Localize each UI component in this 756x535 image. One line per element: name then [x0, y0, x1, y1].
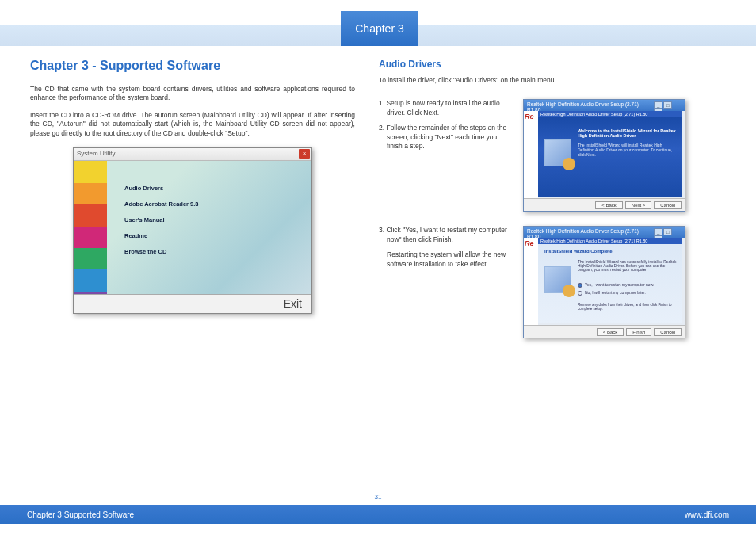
stripe — [74, 269, 107, 291]
installer-window-1: Realtek High Definition Audio Driver Set… — [523, 99, 685, 212]
audio-intro: To install the driver, click "Audio Driv… — [379, 76, 726, 85]
intro-para-1: The CD that came with the system board c… — [30, 85, 355, 103]
installer2-body-text: The InstallShield Wizard has successfull… — [578, 260, 677, 272]
maximize-icon[interactable]: □ — [663, 228, 672, 235]
audio-drivers-title: Audio Drivers — [379, 59, 726, 70]
page-number: 31 — [0, 493, 756, 500]
installer2-titlebar: Realtek High Definition Audio Driver Set… — [524, 227, 685, 238]
radio-dot-icon — [578, 291, 582, 296]
radio-restart-later[interactable]: No, I will restart my computer later. — [578, 290, 646, 296]
right-column: Audio Drivers To install the driver, cli… — [379, 59, 726, 487]
minimize-icon[interactable]: _ — [654, 101, 662, 109]
color-strip — [74, 161, 107, 313]
menu-item-browse[interactable]: Browse the CD — [124, 248, 199, 255]
installer1-buttons: < Back Next > Cancel — [524, 198, 685, 211]
footer-left: Chapter 3 Supported Software — [27, 510, 134, 519]
system-utility-titlebar: System Utility × — [74, 148, 311, 161]
stripe — [74, 248, 107, 269]
window-buttons: _□× — [653, 228, 682, 236]
finish-button[interactable]: Finish — [626, 328, 651, 336]
system-utility-menu: Audio Drivers Adobe Acrobat Reader 9.3 U… — [107, 161, 199, 313]
installer-window-2: Realtek High Definition Audio Driver Set… — [523, 226, 685, 338]
step-row-2: 3. Click "Yes, I want to restart my comp… — [379, 226, 726, 338]
step-2: 2. Follow the remainder of the steps on … — [379, 124, 514, 151]
box-icon — [544, 266, 571, 293]
stripe — [74, 183, 107, 204]
next-button[interactable]: Next > — [625, 201, 652, 209]
installer2-note: Remove any disks from their drives, and … — [578, 303, 682, 311]
installer2-title-text: Realtek High Definition Audio Driver Set… — [527, 228, 653, 236]
installer2-buttons: < Back Finish Cancel — [524, 325, 685, 338]
system-utility-body: Audio Drivers Adobe Acrobat Reader 9.3 U… — [74, 161, 311, 313]
left-column: Chapter 3 - Supported Software The CD th… — [30, 59, 379, 487]
step-text-block-2: 3. Click "Yes, I want to restart my comp… — [379, 226, 514, 338]
realtek-logo: Re — [524, 238, 538, 325]
intro-para-2: Insert the CD into a CD-ROM drive. The a… — [30, 111, 355, 138]
step-row-1: 1. Setup is now ready to install the aud… — [379, 99, 726, 212]
step-text-block-1: 1. Setup is now ready to install the aud… — [379, 99, 514, 212]
document-page: Chapter 3 Chapter 3 - Supported Software… — [0, 0, 756, 535]
system-utility-title-text: System Utility — [77, 150, 115, 157]
step-3: 3. Click "Yes, I want to restart my comp… — [379, 226, 514, 244]
installer2-banner: Realtek High Definition Audio Driver Set… — [538, 238, 682, 244]
window-buttons: _□× — [653, 101, 682, 109]
system-utility-window: System Utility × Audio Drivers — [73, 147, 312, 314]
installer2-heading: InstallShield Wizard Complete — [544, 249, 613, 254]
step-3b: Restarting the system will allow the new… — [379, 250, 514, 269]
exit-button[interactable]: Exit — [74, 294, 311, 313]
radio-dot-icon — [578, 283, 582, 288]
step-1: 1. Setup is now ready to install the aud… — [379, 99, 514, 117]
content-area: Chapter 3 - Supported Software The CD th… — [30, 59, 726, 487]
installer2-body: InstallShield Wizard Complete The Instal… — [538, 244, 682, 323]
installer1-titlebar: Realtek High Definition Audio Driver Set… — [524, 100, 685, 111]
radio-label: No, I will restart my computer later. — [585, 290, 646, 295]
footer-right: www.dfi.com — [685, 510, 729, 519]
menu-item-acrobat[interactable]: Adobe Acrobat Reader 9.3 — [124, 201, 199, 208]
menu-item-readme[interactable]: Readme — [124, 232, 199, 239]
installer1-body: Welcome to the InstallShield Wizard for … — [538, 117, 682, 197]
radio-restart-now[interactable]: Yes, I want to restart my computer now. — [578, 282, 654, 288]
radio-label: Yes, I want to restart my computer now. — [585, 282, 654, 287]
footer-band: Chapter 3 Supported Software www.dfi.com — [0, 505, 756, 524]
stripe — [74, 227, 107, 248]
menu-item-audio-drivers[interactable]: Audio Drivers — [124, 185, 199, 192]
section-title: Chapter 3 - Supported Software — [30, 59, 315, 75]
maximize-icon[interactable]: □ — [663, 101, 672, 109]
box-icon — [544, 139, 571, 166]
installer1-heading: Welcome to the InstallShield Wizard for … — [578, 128, 677, 138]
chapter-tab: Chapter 3 — [341, 11, 418, 46]
back-button[interactable]: < Back — [597, 328, 624, 336]
stripe — [74, 204, 107, 226]
minimize-icon[interactable]: _ — [654, 228, 662, 235]
realtek-logo: Re — [524, 111, 538, 198]
installer1-banner: Realtek High Definition Audio Driver Set… — [538, 111, 682, 117]
stripe — [74, 161, 107, 182]
installer1-title-text: Realtek High Definition Audio Driver Set… — [527, 101, 653, 109]
cancel-button[interactable]: Cancel — [654, 328, 682, 336]
menu-item-manual[interactable]: User's Manual — [124, 216, 199, 224]
close-icon[interactable]: × — [299, 149, 310, 159]
cancel-button[interactable]: Cancel — [654, 201, 682, 209]
installer1-body-text: The InstallShield Wizard will install Re… — [578, 143, 677, 157]
back-button[interactable]: < Back — [595, 201, 623, 209]
